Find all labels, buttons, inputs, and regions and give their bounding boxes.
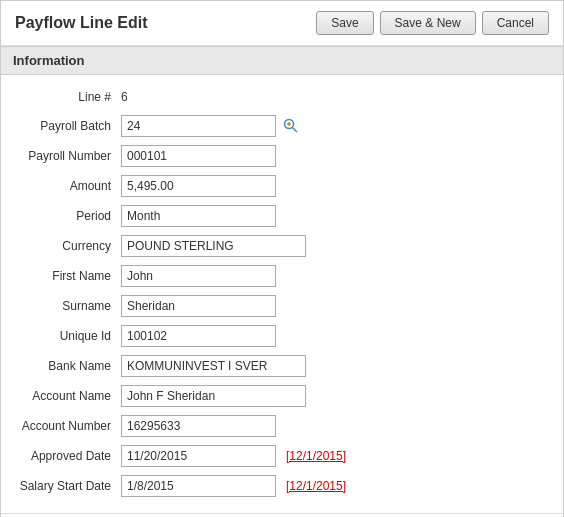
line-number-static: 6	[121, 87, 128, 107]
line-number-row: Line # 6	[1, 83, 563, 111]
unique-id-input[interactable]	[121, 325, 276, 347]
unique-id-row: Unique Id	[1, 321, 563, 351]
account-number-input[interactable]	[121, 415, 276, 437]
payroll-batch-row: Payroll Batch	[1, 111, 563, 141]
surname-row: Surname	[1, 291, 563, 321]
line-number-value: 6	[121, 87, 128, 107]
unique-id-value	[121, 325, 276, 347]
approved-date-value: [12/1/2015]	[121, 445, 346, 467]
salary-start-value: [12/1/2015]	[121, 475, 346, 497]
currency-value	[121, 235, 306, 257]
bank-name-label: Bank Name	[11, 359, 121, 373]
header-buttons: Save Save & New Cancel	[316, 11, 549, 35]
bank-name-value	[121, 355, 306, 377]
approved-date-label: Approved Date	[11, 449, 121, 463]
payroll-number-label: Payroll Number	[11, 149, 121, 163]
payroll-number-input[interactable]	[121, 145, 276, 167]
account-name-row: Account Name	[1, 381, 563, 411]
approved-date-link[interactable]: [12/1/2015]	[286, 449, 346, 463]
account-number-row: Account Number	[1, 411, 563, 441]
payroll-batch-value	[121, 115, 300, 137]
approved-date-row: Approved Date [12/1/2015]	[1, 441, 563, 471]
account-number-value	[121, 415, 276, 437]
bank-name-row: Bank Name	[1, 351, 563, 381]
save-button-top[interactable]: Save	[316, 11, 373, 35]
account-name-input[interactable]	[121, 385, 306, 407]
surname-input[interactable]	[121, 295, 276, 317]
period-row: Period	[1, 201, 563, 231]
unique-id-label: Unique Id	[11, 329, 121, 343]
account-number-label: Account Number	[11, 419, 121, 433]
svg-line-1	[293, 128, 298, 133]
payroll-batch-label: Payroll Batch	[11, 119, 121, 133]
save-new-button-top[interactable]: Save & New	[380, 11, 476, 35]
page-wrapper: Payflow Line Edit Save Save & New Cancel…	[0, 0, 564, 517]
currency-input[interactable]	[121, 235, 306, 257]
line-number-label: Line #	[11, 90, 121, 104]
form-body: Line # 6 Payroll Batch	[1, 75, 563, 509]
cancel-button-top[interactable]: Cancel	[482, 11, 549, 35]
salary-start-row: Salary Start Date [12/1/2015]	[1, 471, 563, 501]
amount-label: Amount	[11, 179, 121, 193]
salary-start-input[interactable]	[121, 475, 276, 497]
page-title: Payflow Line Edit	[15, 14, 147, 32]
surname-label: Surname	[11, 299, 121, 313]
currency-label: Currency	[11, 239, 121, 253]
amount-input[interactable]	[121, 175, 276, 197]
lookup-icon[interactable]	[282, 117, 300, 135]
surname-value	[121, 295, 276, 317]
account-name-label: Account Name	[11, 389, 121, 403]
period-value	[121, 205, 276, 227]
section-title: Information	[13, 53, 85, 68]
payroll-number-row: Payroll Number	[1, 141, 563, 171]
amount-row: Amount	[1, 171, 563, 201]
approved-date-input[interactable]	[121, 445, 276, 467]
bank-name-input[interactable]	[121, 355, 306, 377]
period-input[interactable]	[121, 205, 276, 227]
salary-start-label: Salary Start Date	[11, 479, 121, 493]
payroll-number-value	[121, 145, 276, 167]
first-name-row: First Name	[1, 261, 563, 291]
payroll-batch-input[interactable]	[121, 115, 276, 137]
section-header: Information	[1, 46, 563, 75]
first-name-label: First Name	[11, 269, 121, 283]
currency-row: Currency	[1, 231, 563, 261]
account-name-value	[121, 385, 306, 407]
amount-value	[121, 175, 276, 197]
first-name-value	[121, 265, 276, 287]
period-label: Period	[11, 209, 121, 223]
salary-start-link[interactable]: [12/1/2015]	[286, 479, 346, 493]
first-name-input[interactable]	[121, 265, 276, 287]
header-bar: Payflow Line Edit Save Save & New Cancel	[1, 1, 563, 46]
footer-bar: Save Save & New Cancel	[1, 513, 563, 517]
